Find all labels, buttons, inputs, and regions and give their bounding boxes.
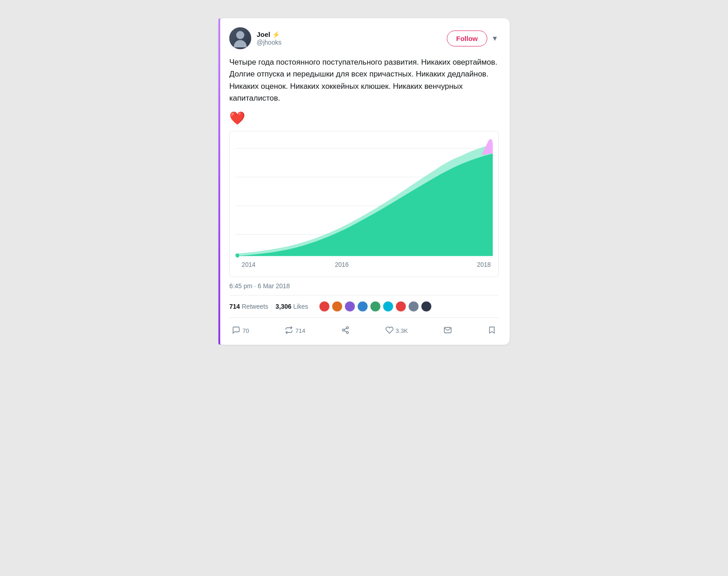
likers-avatars bbox=[319, 301, 432, 312]
share-icon bbox=[341, 326, 349, 336]
likes-count: 3,306 bbox=[276, 303, 292, 310]
tweet-actions: 70 714 bbox=[229, 323, 499, 337]
svg-point-10 bbox=[346, 331, 349, 334]
growth-chart: 2014 2016 2018 bbox=[235, 139, 493, 273]
tweet-text: Четыре года постоянного поступательного … bbox=[229, 56, 499, 104]
dm-icon bbox=[444, 326, 452, 336]
liker-avatar bbox=[383, 301, 394, 312]
svg-point-7 bbox=[236, 254, 239, 257]
liker-avatar bbox=[357, 301, 368, 312]
bookmark-button[interactable] bbox=[485, 324, 499, 337]
liker-avatar bbox=[370, 301, 381, 312]
svg-text:2016: 2016 bbox=[335, 261, 349, 269]
name-emoji: ⚡️ bbox=[272, 31, 280, 38]
svg-marker-13 bbox=[490, 327, 495, 334]
tweet-card: Joel ⚡️ @jhooks Follow ▾ Четыре года пос… bbox=[218, 18, 510, 345]
svg-point-8 bbox=[346, 327, 349, 329]
likes-label: Likes bbox=[293, 303, 308, 310]
header-actions: Follow ▾ bbox=[447, 31, 499, 46]
liker-avatar bbox=[395, 301, 406, 312]
liker-avatar bbox=[319, 301, 330, 312]
avatar[interactable] bbox=[229, 27, 251, 49]
user-info: Joel ⚡️ @jhooks bbox=[229, 27, 282, 49]
retweet-count: 714 bbox=[295, 327, 305, 334]
retweet-icon bbox=[285, 326, 293, 336]
chevron-down-icon: ▾ bbox=[493, 33, 497, 43]
bookmark-icon bbox=[488, 326, 496, 336]
reply-count: 70 bbox=[243, 327, 249, 334]
share-button[interactable] bbox=[339, 324, 352, 337]
reply-icon bbox=[232, 326, 240, 336]
reply-button[interactable]: 70 bbox=[229, 324, 252, 337]
svg-line-11 bbox=[344, 331, 346, 332]
retweets-stat: 714 Retweets bbox=[229, 303, 268, 310]
svg-text:2014: 2014 bbox=[242, 261, 255, 269]
display-name: Joel ⚡️ bbox=[257, 31, 282, 38]
left-border-decoration bbox=[218, 18, 220, 345]
dm-button[interactable] bbox=[441, 324, 455, 337]
user-names: Joel ⚡️ @jhooks bbox=[257, 31, 282, 46]
retweet-button[interactable]: 714 bbox=[282, 324, 308, 337]
likes-stat: 3,306 Likes bbox=[276, 303, 308, 310]
liker-avatar bbox=[421, 301, 432, 312]
liker-avatar bbox=[332, 301, 343, 312]
svg-text:2018: 2018 bbox=[477, 261, 490, 269]
like-icon bbox=[385, 326, 394, 336]
like-button[interactable]: 3.3K bbox=[383, 324, 411, 337]
timestamp: 6:45 pm · 6 Mar 2018 bbox=[229, 282, 499, 296]
svg-point-9 bbox=[342, 329, 344, 331]
tweet-header: Joel ⚡️ @jhooks Follow ▾ bbox=[229, 27, 499, 49]
retweets-count: 714 bbox=[229, 303, 240, 310]
retweets-label: Retweets bbox=[242, 303, 268, 310]
chart-container: 2014 2016 2018 bbox=[229, 131, 499, 277]
svg-line-12 bbox=[344, 328, 346, 330]
name-text: Joel bbox=[257, 31, 270, 38]
heart-emoji: ❤️ bbox=[229, 111, 499, 126]
more-options-button[interactable]: ▾ bbox=[491, 31, 499, 45]
like-count: 3.3K bbox=[396, 327, 408, 334]
username: @jhooks bbox=[257, 39, 282, 46]
follow-button[interactable]: Follow bbox=[447, 31, 488, 46]
liker-avatar bbox=[344, 301, 355, 312]
stats-row: 714 Retweets 3,306 Likes bbox=[229, 301, 499, 318]
liker-avatar bbox=[408, 301, 419, 312]
